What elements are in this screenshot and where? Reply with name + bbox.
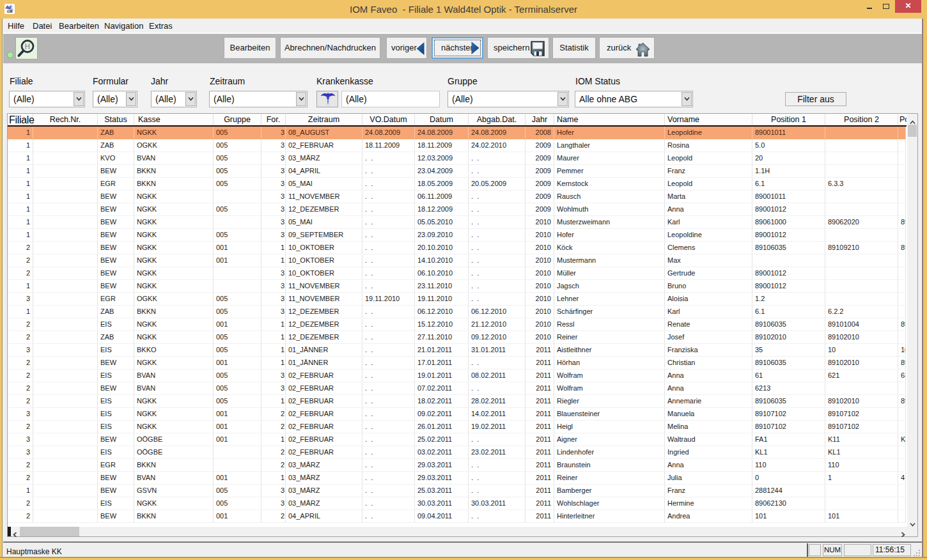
- svg-text:H: H: [25, 42, 31, 51]
- svg-text:IOM: IOM: [7, 10, 13, 13]
